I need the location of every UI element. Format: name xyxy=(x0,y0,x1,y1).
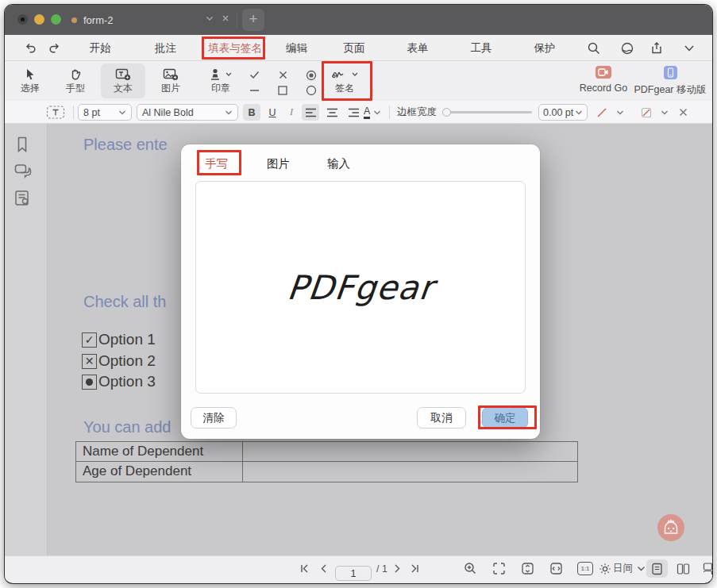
signatures-panel-icon[interactable] xyxy=(13,189,32,208)
close-format-bar-button[interactable] xyxy=(678,104,688,121)
minimize-window-button[interactable] xyxy=(34,14,44,25)
app-window: form-2 + 开始 批注 填表与签名 编辑 页面 表单 工具 保护 xyxy=(5,5,712,583)
chevron-down-icon xyxy=(225,67,233,82)
tab-type[interactable]: 输入 xyxy=(327,155,350,172)
image-tool-button[interactable]: 图片 xyxy=(148,63,193,98)
menu-item-protect[interactable]: 保护 xyxy=(513,35,576,61)
menu-item-form[interactable]: 表单 xyxy=(386,35,449,61)
menu-item-page[interactable]: 页面 xyxy=(322,35,386,61)
signature-canvas[interactable]: PDFgear xyxy=(195,181,526,394)
menu-item-tools[interactable]: 工具 xyxy=(449,35,513,61)
format-bar: 8 pt Al Nile Bold B U I A 边框宽度 xyxy=(5,101,712,124)
comments-panel-icon[interactable] xyxy=(13,162,33,179)
document-viewport[interactable]: Please ente Check all th ✓ Option 1 ✕ Op… xyxy=(48,124,712,555)
clear-button[interactable]: 清除 xyxy=(191,407,237,429)
select-tool-button[interactable]: 选择 xyxy=(8,63,52,98)
menu-item-edit[interactable]: 编辑 xyxy=(271,35,322,61)
align-right-button[interactable] xyxy=(345,104,362,121)
fill-color-button[interactable] xyxy=(640,104,653,121)
share-icon[interactable] xyxy=(650,41,664,56)
last-page-button[interactable] xyxy=(410,556,420,581)
tab-close-icon[interactable] xyxy=(221,13,230,23)
font-color-button[interactable]: A xyxy=(364,104,381,121)
page-number-input[interactable] xyxy=(335,566,372,581)
zoom-in-icon[interactable] xyxy=(464,556,477,581)
chevron-down-icon xyxy=(575,110,583,116)
text-tool-button[interactable]: 文本 xyxy=(101,63,145,98)
stamp-tool-button[interactable]: 印章 xyxy=(199,63,243,98)
search-icon[interactable] xyxy=(587,41,601,56)
redo-icon[interactable] xyxy=(48,41,61,55)
menu-item-start[interactable]: 开始 xyxy=(68,35,132,61)
chevron-down-icon xyxy=(616,110,624,116)
chevron-down-icon xyxy=(118,110,126,116)
zoom-window-button[interactable] xyxy=(51,14,61,25)
title-bar: form-2 + xyxy=(5,5,712,35)
font-size-select[interactable]: 8 pt xyxy=(78,104,132,121)
square-field-button[interactable] xyxy=(268,83,297,98)
table-input-cell[interactable] xyxy=(243,462,577,482)
underline-button[interactable]: U xyxy=(264,104,281,121)
align-left-button[interactable] xyxy=(302,104,319,121)
stroke-color-button[interactable] xyxy=(596,104,608,121)
close-window-button[interactable] xyxy=(17,14,28,25)
new-tab-button[interactable]: + xyxy=(242,9,264,31)
hand-tool-button[interactable]: 手型 xyxy=(53,63,98,98)
text-box-add-icon xyxy=(101,63,145,81)
doc-heading-table: You can add xyxy=(83,418,171,436)
align-right-icon xyxy=(348,108,360,117)
chevron-down-icon[interactable] xyxy=(637,556,646,581)
italic-button[interactable]: I xyxy=(283,104,300,121)
font-family-select[interactable]: Al Nile Bold xyxy=(137,104,238,121)
slider-handle[interactable] xyxy=(442,108,451,117)
fill-color-dropdown[interactable] xyxy=(661,104,669,121)
checkbox-crossed-icon[interactable]: ✕ xyxy=(82,354,97,369)
annotation-box-confirm-button xyxy=(478,405,537,429)
main-area: Please ente Check all th ✓ Option 1 ✕ Op… xyxy=(5,124,712,555)
fullscreen-icon[interactable] xyxy=(492,556,506,581)
checkmark-field-button[interactable] xyxy=(240,67,268,83)
actual-size-icon[interactable]: 1:1 xyxy=(577,562,593,575)
assistant-mascot-button[interactable] xyxy=(657,514,684,541)
signature-text: PDFgear xyxy=(285,268,435,307)
single-page-view-button[interactable] xyxy=(646,559,668,578)
align-center-button[interactable] xyxy=(323,104,341,121)
traffic-lights xyxy=(17,14,61,25)
pdfgear-mobile-button[interactable]: PDFgear 移动版 xyxy=(629,66,711,97)
menu-item-annotate[interactable]: 批注 xyxy=(132,35,199,61)
support-icon[interactable] xyxy=(620,41,634,56)
continuous-scroll-view-button[interactable] xyxy=(697,559,712,578)
fill-color-icon xyxy=(640,106,653,119)
dash-field-button[interactable] xyxy=(240,83,268,98)
checkbox-checked-icon[interactable]: ✓ xyxy=(82,332,97,348)
border-width-slider[interactable] xyxy=(443,104,532,121)
two-page-view-button[interactable] xyxy=(673,559,694,578)
day-mode-select[interactable]: 日间 xyxy=(613,556,633,581)
border-width-select[interactable]: 0.00 pt xyxy=(538,104,588,121)
table-input-cell[interactable] xyxy=(243,442,577,461)
stroke-color-dropdown[interactable] xyxy=(616,104,624,121)
collapse-toolbar-icon[interactable] xyxy=(684,44,695,52)
checkbox-dot-icon[interactable] xyxy=(82,375,97,390)
doc-option-row[interactable]: Option 3 xyxy=(82,372,156,391)
cross-field-button[interactable] xyxy=(268,67,297,83)
next-page-button[interactable] xyxy=(393,556,402,581)
tab-title: form-2 xyxy=(83,14,114,26)
doc-option-row[interactable]: ✕ Option 2 xyxy=(82,352,156,371)
previous-page-button[interactable] xyxy=(319,556,328,581)
fit-width-icon[interactable] xyxy=(549,556,563,581)
first-page-button[interactable] xyxy=(299,556,310,581)
annotation-box-handwrite-tab xyxy=(197,150,241,175)
bookmarks-panel-icon[interactable] xyxy=(13,135,31,154)
bold-button[interactable]: B xyxy=(243,104,260,121)
document-tab[interactable]: form-2 xyxy=(71,5,240,35)
sun-icon xyxy=(599,556,611,581)
doc-option-row[interactable]: ✓ Option 1 xyxy=(82,330,156,349)
record-go-button[interactable]: Record Go xyxy=(570,66,637,94)
tab-image[interactable]: 图片 xyxy=(267,155,290,172)
fit-height-icon[interactable] xyxy=(521,556,534,581)
undo-icon[interactable] xyxy=(24,41,37,55)
text-field-style-button[interactable] xyxy=(46,104,65,121)
tab-dropdown-icon[interactable] xyxy=(205,13,214,23)
cancel-button[interactable]: 取消 xyxy=(417,407,466,429)
